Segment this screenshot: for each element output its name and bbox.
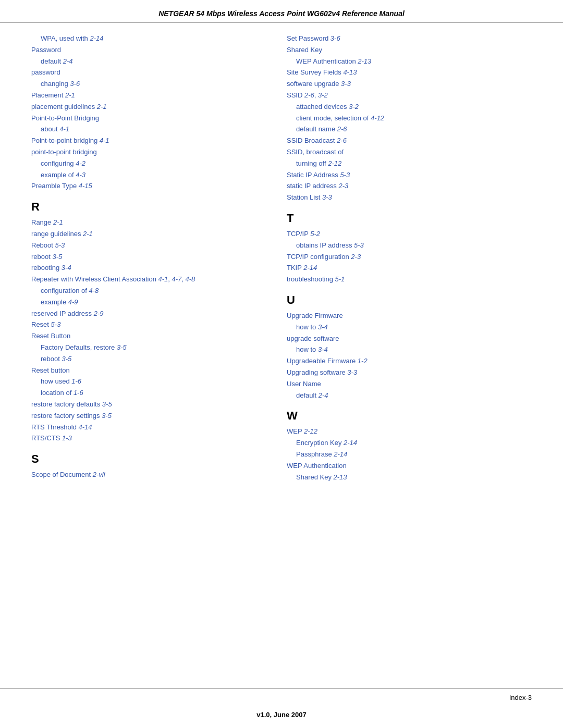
section-w-entries: WEP 2-12 Encryption Key 2-14 Passphrase … [287, 426, 532, 483]
pre-t-section: Set Password 3-6 Shared Key WEP Authenti… [287, 33, 532, 203]
bottom-bar: Index-3 [0, 688, 563, 707]
page-number: Index-3 [509, 694, 532, 701]
header-title: NETGEAR 54 Mbps Wireless Access Point WG… [158, 9, 405, 18]
section-t-entries: TCP/IP 5-2 obtains IP address 5-3 TCP/IP… [287, 228, 532, 285]
pre-r-section: WPA, used with 2-14 Password default 2-4… [31, 33, 266, 192]
list-item: Set Password 3-6 Shared Key WEP Authenti… [287, 33, 532, 203]
section-t-header: T [287, 212, 532, 225]
left-column: WPA, used with 2-14 Password default 2-4… [31, 33, 282, 683]
page-header: NETGEAR 54 Mbps Wireless Access Point WG… [0, 0, 563, 22]
page-footer: v1.0, June 2007 [0, 707, 563, 728]
section-u-entries: Upgrade Firmware how to 3-4 upgrade soft… [287, 310, 532, 401]
section-s-entries: Scope of Document 2-vii [31, 469, 266, 480]
section-s-header: S [31, 452, 266, 466]
section-r-header: R [31, 200, 266, 214]
version-label: v1.0, June 2007 [256, 711, 306, 719]
main-content: WPA, used with 2-14 Password default 2-4… [0, 22, 563, 688]
right-column: Set Password 3-6 Shared Key WEP Authenti… [282, 33, 532, 683]
section-r-entries: Range 2-1 range guidelines 2-1 Reboot 5-… [31, 217, 266, 444]
page-wrapper: NETGEAR 54 Mbps Wireless Access Point WG… [0, 0, 563, 728]
list-item: WPA, used with 2-14 Password default 2-4… [31, 33, 266, 192]
section-w-header: W [287, 409, 532, 423]
section-u-header: U [287, 293, 532, 307]
